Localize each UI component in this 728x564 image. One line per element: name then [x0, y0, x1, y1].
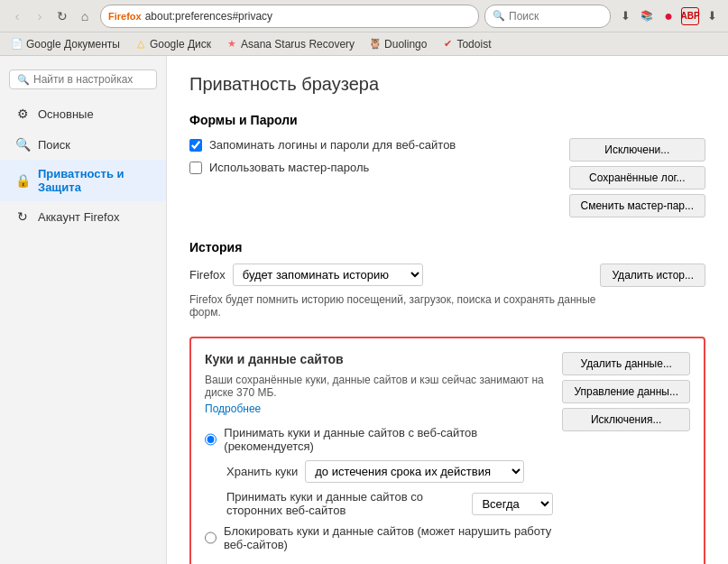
bookmark-label: Asana Starus Recovery: [241, 38, 355, 51]
page-title: Приватность браузера: [189, 74, 705, 95]
block-cookies-row: Блокировать куки и данные сайтов (может …: [205, 524, 553, 551]
reload-button[interactable]: ↻: [52, 6, 72, 26]
remember-logins-checkbox[interactable]: [189, 139, 202, 152]
sidebar-item-general[interactable]: ⚙ Основные: [0, 98, 166, 129]
settings-search-box[interactable]: 🔍: [9, 69, 157, 89]
google-drive-icon: △: [134, 38, 147, 51]
sidebar-item-label: Поиск: [38, 138, 70, 152]
cookies-section: Куки и данные сайтов Ваши сохранённые ку…: [189, 337, 705, 564]
firefox-badge: Firefox: [108, 11, 142, 22]
forms-section-title: Формы и Пароли: [189, 113, 705, 127]
duolingo-icon: 🦉: [369, 38, 382, 51]
keep-cookies-row: Хранить куки до истечения срока их дейст…: [205, 460, 553, 483]
bookmark-duolingo[interactable]: 🦉 Duolingo: [365, 37, 430, 51]
cookies-more-link[interactable]: Подробнее: [205, 402, 553, 415]
address-text: about:preferences#privacy: [145, 10, 471, 23]
delete-data-button[interactable]: Удалить данные...: [562, 352, 690, 375]
bookmark-label: Google Документы: [26, 38, 120, 51]
sync-icon[interactable]: ⬇: [703, 7, 721, 25]
sidebar: 🔍 ⚙ Основные 🔍 Поиск 🔒 Приватность и Защ…: [0, 56, 167, 564]
lock-icon: 🔒: [14, 172, 31, 189]
master-password-checkbox[interactable]: [189, 162, 202, 174]
bookmarks-bar: 📄 Google Документы △ Google Диск ★ Asana…: [0, 32, 728, 56]
third-party-select[interactable]: Всегда: [472, 493, 553, 515]
history-section: История Firefox будет запоминать историю…: [189, 240, 705, 319]
cookies-section-title: Куки и данные сайтов: [205, 352, 553, 366]
change-master-button[interactable]: Сменить мастер-пар...: [569, 194, 705, 217]
sidebar-item-label: Приватность и Защита: [38, 167, 152, 194]
sidebar-item-label: Основные: [38, 107, 94, 121]
exceptions-button[interactable]: Исключени...: [569, 138, 705, 162]
sidebar-item-account[interactable]: ↻ Аккаунт Firefox: [0, 201, 166, 232]
settings-search-input[interactable]: [33, 73, 149, 86]
sync-account-icon: ↻: [14, 208, 31, 225]
manage-data-button[interactable]: Управление данны...: [562, 380, 690, 403]
history-select[interactable]: будет запоминать историю: [233, 264, 423, 286]
search-icon: 🔍: [14, 136, 31, 153]
cookies-description: Ваши сохранённые куки, данные сайтов и к…: [205, 374, 553, 399]
accept-cookies-label: Принимать куки и данные сайтов с веб-сай…: [224, 426, 553, 453]
remember-logins-row: Запоминать логины и пароли для веб-сайто…: [189, 138, 456, 152]
search-icon: 🔍: [493, 10, 505, 22]
keep-cookies-select[interactable]: до истечения срока их действия: [305, 460, 524, 483]
delete-history-button[interactable]: Удалить истор...: [600, 264, 705, 287]
gear-icon: ⚙: [14, 106, 31, 122]
main-content: Приватность браузера Формы и Пароли Запо…: [167, 56, 728, 564]
saved-logins-button[interactable]: Сохранённые лог...: [569, 166, 705, 190]
search-input[interactable]: [509, 10, 603, 23]
bookmark-label: Google Диск: [150, 38, 211, 51]
google-docs-icon: 📄: [11, 38, 23, 51]
sidebar-item-label: Аккаунт Firefox: [38, 210, 119, 224]
adblock-icon[interactable]: ABP: [681, 7, 699, 25]
accept-cookies-radio[interactable]: [205, 433, 217, 446]
bookmark-google-drive[interactable]: △ Google Диск: [131, 37, 215, 51]
library-icon[interactable]: 📚: [638, 7, 656, 25]
block-cookies-label: Блокировать куки и данные сайтов (может …: [224, 524, 553, 551]
remember-logins-label: Запоминать логины и пароли для веб-сайто…: [209, 138, 456, 152]
asana-icon: ★: [226, 38, 238, 51]
block-cookies-radio[interactable]: [205, 532, 217, 544]
home-button[interactable]: ⌂: [75, 6, 95, 26]
third-party-label: Принимать куки и данные сайтов со сторон…: [226, 490, 465, 517]
bookmark-todoist[interactable]: ✔ Todoist: [438, 37, 494, 51]
bookmark-label: Duolingo: [384, 38, 427, 51]
forms-passwords-section: Формы и Пароли Запоминать логины и парол…: [189, 113, 705, 217]
master-password-row: Использовать мастер-пароль: [189, 161, 456, 174]
sidebar-item-privacy[interactable]: 🔒 Приватность и Защита: [0, 160, 166, 201]
cookies-exceptions-button[interactable]: Исключения...: [562, 408, 690, 431]
sidebar-item-search[interactable]: 🔍 Поиск: [0, 129, 166, 160]
toolbar-icons: ⬇ 📚 ● ABP ⬇: [616, 7, 721, 25]
bookmark-asana[interactable]: ★ Asana Starus Recovery: [222, 37, 358, 51]
third-party-row: Принимать куки и данные сайтов со сторон…: [205, 490, 553, 517]
back-button[interactable]: ‹: [7, 6, 27, 26]
history-section-title: История: [189, 240, 705, 254]
todoist-icon: ✔: [441, 38, 454, 51]
download-icon[interactable]: ⬇: [616, 7, 634, 25]
firefox-label: Firefox: [189, 268, 226, 282]
settings-search-icon: 🔍: [17, 74, 30, 86]
bookmark-google-docs[interactable]: 📄 Google Документы: [7, 37, 124, 51]
nav-buttons: ‹ › ↻ ⌂: [7, 6, 95, 26]
master-password-label: Использовать мастер-пароль: [209, 161, 369, 174]
bookmark-label: Todoist: [456, 38, 491, 51]
history-description: Firefox будет помнить историю посещений,…: [189, 293, 600, 319]
accept-cookies-row: Принимать куки и данные сайтов с веб-сай…: [205, 426, 553, 453]
keep-cookies-label: Хранить куки: [226, 465, 298, 478]
pocket-icon[interactable]: ●: [659, 7, 677, 25]
search-bar[interactable]: 🔍: [484, 5, 611, 28]
forward-button[interactable]: ›: [30, 6, 50, 26]
address-bar[interactable]: Firefox about:preferences#privacy: [100, 5, 479, 28]
